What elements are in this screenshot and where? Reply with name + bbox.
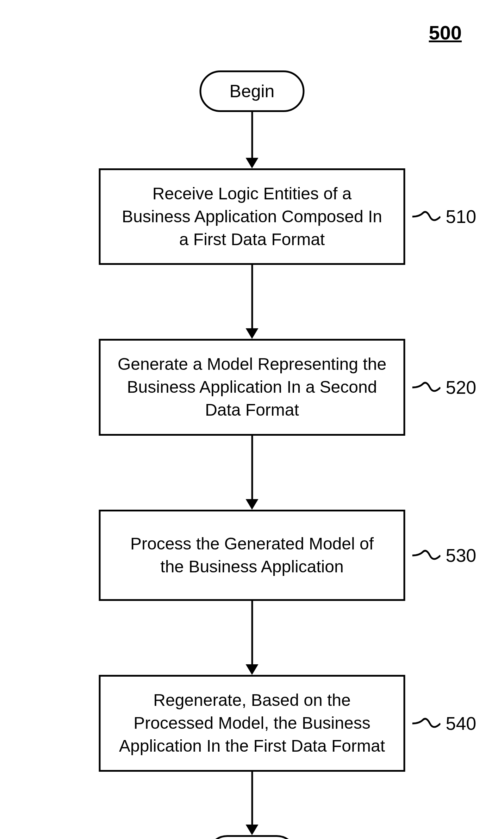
flowchart-container: Begin Receive Logic Entities of a Busine… (0, 70, 504, 839)
step-label-530: 530 (412, 545, 477, 566)
arrow-icon (246, 265, 259, 339)
step-label-540: 540 (412, 713, 477, 734)
step-510-wrapper: Receive Logic Entities of a Business App… (99, 168, 405, 265)
arrow-icon (246, 436, 259, 510)
step-520-wrapper: Generate a Model Representing the Busine… (99, 339, 405, 435)
terminator-end: End (206, 835, 298, 839)
process-box-540: Regenerate, Based on the Processed Model… (99, 675, 405, 771)
step-540-wrapper: Regenerate, Based on the Processed Model… (99, 675, 405, 771)
arrow-icon (246, 772, 259, 835)
connector-icon (412, 547, 441, 564)
step-label-text: 520 (446, 377, 477, 398)
connector-icon (412, 715, 441, 732)
step-label-520: 520 (412, 377, 477, 398)
step-label-text: 510 (446, 206, 477, 227)
connector-icon (412, 208, 441, 225)
process-box-510: Receive Logic Entities of a Business App… (99, 168, 405, 265)
step-label-510: 510 (412, 206, 477, 227)
connector-icon (412, 379, 441, 396)
process-box-520: Generate a Model Representing the Busine… (99, 339, 405, 435)
arrow-icon (246, 601, 259, 675)
terminator-begin: Begin (200, 70, 305, 112)
arrow-icon (246, 112, 259, 168)
process-box-530: Process the Generated Model of the Busin… (99, 510, 405, 601)
step-530-wrapper: Process the Generated Model of the Busin… (99, 510, 405, 601)
step-label-text: 530 (446, 545, 477, 566)
step-label-text: 540 (446, 713, 477, 734)
figure-number: 500 (429, 21, 462, 44)
